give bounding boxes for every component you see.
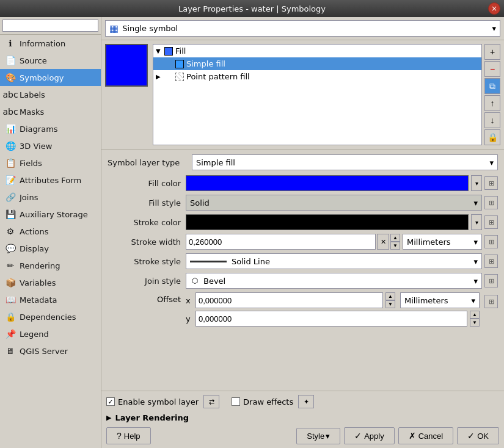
stroke-style-dropdown[interactable]: Solid Line: [186, 253, 482, 269]
symbol-type-dropdown[interactable]: ▦ Single symbol ▾: [105, 20, 500, 37]
stroke-color-dropdown-btn[interactable]: ▾: [471, 214, 482, 230]
remove-layer-button[interactable]: −: [484, 61, 500, 77]
offset-label: Offset: [108, 292, 181, 304]
sidebar-item-auxiliary-storage[interactable]: 💾Auxiliary Storage: [0, 206, 101, 223]
sidebar-item-information[interactable]: ℹInformation: [0, 35, 101, 52]
symbol-layer-type-dropdown[interactable]: Simple fill: [192, 154, 498, 170]
stroke-style-control: Solid Line ⊞: [186, 253, 498, 269]
sidebar-item-diagrams[interactable]: 📊Diagrams: [0, 120, 101, 137]
move-up-button[interactable]: ↑: [484, 95, 500, 111]
tree-action-buttons: + − ⧉ ↑ ↓ 🔒: [484, 44, 500, 145]
stroke-width-override-btn[interactable]: ⊞: [484, 235, 498, 248]
offset-y-input[interactable]: [195, 311, 467, 327]
offset-y-up-btn[interactable]: ▲: [470, 311, 480, 319]
stroke-color-override-btn[interactable]: ⊞: [484, 215, 498, 229]
stroke-width-units-dropdown[interactable]: Millimeters: [403, 234, 482, 250]
layer-rendering-row[interactable]: ▶ Layer Rendering: [106, 413, 499, 422]
offset-override-btn[interactable]: ⊞: [484, 295, 498, 308]
stroke-width-down-btn[interactable]: ▼: [390, 242, 400, 250]
stroke-color-button[interactable]: [186, 214, 469, 230]
fill-color-override-btn[interactable]: ⊞: [484, 176, 498, 190]
sidebar-item-rendering[interactable]: ✏Rendering: [0, 257, 101, 274]
close-button[interactable]: ×: [488, 2, 500, 15]
offset-y-down-btn[interactable]: ▼: [470, 319, 480, 327]
fill-style-override-btn[interactable]: ⊞: [484, 196, 498, 209]
offset-units-dropdown[interactable]: Millimeters: [400, 292, 480, 308]
stroke-width-input[interactable]: [186, 234, 376, 250]
offset-x-up-btn[interactable]: ▲: [385, 292, 395, 300]
move-down-button[interactable]: ↓: [484, 112, 500, 128]
offset-units-value: Millimeters: [404, 296, 448, 305]
fill-color-button[interactable]: [186, 175, 469, 191]
stroke-style-override-btn[interactable]: ⊞: [484, 255, 498, 268]
sidebar-item-source[interactable]: 📄Source: [0, 52, 101, 69]
sidebar-label-variables: Variables: [20, 278, 56, 287]
sidebar-item-variables[interactable]: 📦Variables: [0, 274, 101, 291]
tree-item-simple-fill[interactable]: Simple fill: [153, 57, 481, 70]
sidebar-label-qgis-server: QGIS Server: [20, 347, 68, 356]
sidebar-item-3dview[interactable]: 🌐3D View: [0, 137, 101, 154]
ok-icon: ✓: [467, 431, 475, 441]
sidebar-item-masks[interactable]: abcMasks: [0, 103, 101, 120]
draw-effects-extra-btn[interactable]: ✦: [298, 395, 314, 408]
enable-symbol-layer-extra-btn[interactable]: ⇄: [203, 395, 219, 408]
offset-x-label: x: [186, 296, 193, 305]
symbol-section: ▼ Fill Simple fill ▶: [101, 40, 504, 150]
offset-x-spinner: ▲ ▼: [385, 292, 395, 308]
help-button[interactable]: ? Help: [106, 427, 151, 444]
add-layer-button[interactable]: +: [484, 44, 500, 60]
sidebar-item-symbology[interactable]: 🎨Symbology: [0, 69, 101, 86]
enable-symbol-layer-checkbox[interactable]: ✓: [106, 397, 115, 406]
draw-effects-checkbox-group: Draw effects: [232, 397, 293, 406]
ok-button[interactable]: ✓ OK: [457, 427, 499, 444]
stroke-width-clear-btn[interactable]: ✕: [377, 234, 389, 250]
sidebar-label-3dview: 3D View: [20, 142, 52, 151]
cancel-icon: ✗: [409, 431, 416, 441]
tree-item-point-pattern[interactable]: ▶ Point pattern fill: [153, 70, 481, 83]
sidebar-icon-symbology: 🎨: [5, 72, 16, 83]
sidebar-icon-legend: 📌: [5, 328, 16, 339]
duplicate-layer-button[interactable]: ⧉: [484, 78, 500, 94]
offset-y-row: y ▲ ▼: [186, 311, 480, 327]
join-style-dropdown[interactable]: ⬡ Bevel: [186, 273, 482, 289]
sidebar-item-joins[interactable]: 🔗Joins: [0, 189, 101, 206]
offset-y-label: y: [186, 314, 193, 323]
sidebar-icon-auxiliary-storage: 💾: [5, 209, 16, 220]
sidebar-item-legend[interactable]: 📌Legend: [0, 325, 101, 342]
simple-fill-label: Simple fill: [186, 59, 225, 68]
sidebar-icon-dependencies: 🔒: [5, 311, 16, 322]
fill-style-value: Solid: [190, 198, 210, 208]
sidebar-item-actions[interactable]: ⚙Actions: [0, 223, 101, 240]
apply-button[interactable]: ✓ Apply: [344, 427, 395, 444]
sidebar-item-dependencies[interactable]: 🔒Dependencies: [0, 308, 101, 325]
stroke-width-up-btn[interactable]: ▲: [390, 234, 400, 242]
point-pattern-icon: [175, 73, 184, 81]
fill-color-dropdown-btn[interactable]: ▾: [471, 175, 482, 191]
fill-color-control: ▾ ⊞: [186, 175, 498, 191]
sidebar-item-display[interactable]: 💬Display: [0, 240, 101, 257]
layer-rendering-expand-icon: ▶: [106, 414, 111, 422]
sidebar-search-input[interactable]: [2, 20, 98, 32]
sidebar-label-source: Source: [20, 56, 47, 65]
offset-x-input[interactable]: [195, 292, 383, 308]
sidebar-item-labels[interactable]: abcLabels: [0, 86, 101, 103]
sidebar-label-joins: Joins: [20, 193, 38, 202]
draw-effects-checkbox[interactable]: [232, 397, 240, 406]
sidebar-label-attributes-form: Attributes Form: [20, 176, 81, 185]
offset-section: Offset x ▲ ▼ Millimeters y: [108, 292, 498, 327]
fill-style-dropdown[interactable]: Solid: [186, 195, 482, 211]
style-button[interactable]: Style ▾: [296, 428, 340, 444]
sidebar-item-attributes-form[interactable]: 📝Attributes Form: [0, 172, 101, 189]
lock-layer-button[interactable]: 🔒: [484, 129, 500, 145]
window-title: Layer Properties - water | Symbology: [178, 4, 326, 13]
layer-tree: ▼ Fill Simple fill ▶: [153, 44, 482, 145]
offset-x-down-btn[interactable]: ▼: [385, 300, 395, 308]
cancel-button[interactable]: ✗ Cancel: [398, 427, 453, 444]
sidebar-item-metadata[interactable]: 📖Metadata: [0, 291, 101, 308]
stroke-width-label: Stroke width: [108, 237, 181, 247]
sidebar-icon-information: ℹ: [5, 38, 16, 49]
tree-item-fill[interactable]: ▼ Fill: [153, 45, 481, 57]
sidebar-item-qgis-server[interactable]: 🖥QGIS Server: [0, 342, 101, 359]
join-style-override-btn[interactable]: ⊞: [484, 274, 498, 287]
sidebar-item-fields[interactable]: 📋Fields: [0, 154, 101, 172]
